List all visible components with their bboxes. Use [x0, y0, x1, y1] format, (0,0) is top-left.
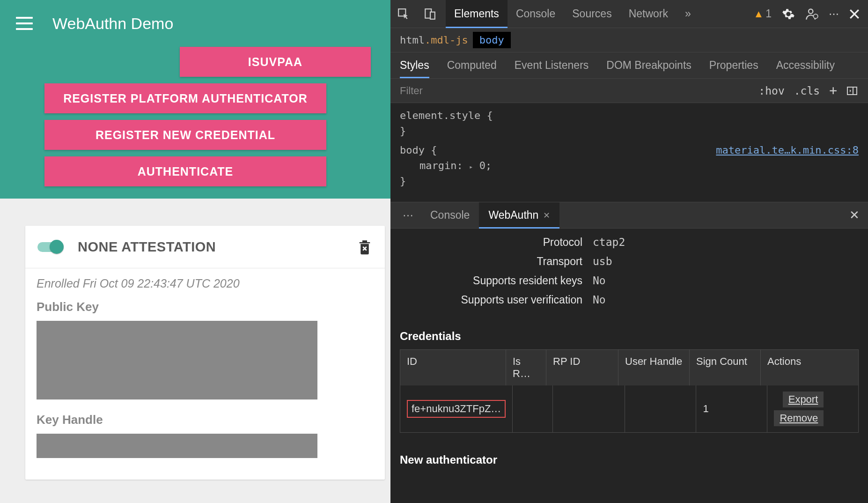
drawer-close-icon[interactable]: ✕	[841, 208, 868, 222]
enrolled-text: Enrolled Fri Oct 09 22:43:47 UTC 2020	[37, 277, 374, 290]
device-icon[interactable]	[419, 4, 440, 24]
remove-button[interactable]: Remove	[774, 410, 824, 426]
card-title: NONE ATTESTATION	[78, 239, 216, 255]
app-header: WebAuthn Demo ISUVPAA REGISTER PLATFORM …	[0, 0, 390, 199]
card-body: Enrolled Fri Oct 09 22:43:47 UTC 2020 Pu…	[25, 268, 385, 480]
new-rule-icon[interactable]: +	[824, 81, 842, 100]
breadcrumb-body[interactable]: body	[473, 32, 511, 48]
authenticator-info: Protocolctap2 Transportusb Supports resi…	[390, 229, 868, 317]
register-credential-button[interactable]: REGISTER NEW CREDENTIAL	[44, 120, 326, 150]
drawer-tab-webauthn[interactable]: WebAuthn ✕	[479, 202, 559, 228]
css-rules: element.style { } material.te…k.min.css:…	[390, 103, 868, 193]
css-source-link[interactable]: material.te…k.min.css:8	[716, 142, 859, 158]
hamburger-icon[interactable]	[16, 17, 33, 30]
new-authenticator-title: New authenticator	[390, 433, 868, 471]
styles-tab-styles[interactable]: Styles	[400, 52, 429, 78]
col-id[interactable]: ID	[400, 350, 506, 385]
protocol-label: Protocol	[400, 236, 582, 249]
export-button[interactable]: Export	[783, 392, 824, 407]
col-rp[interactable]: RP ID	[546, 350, 618, 385]
drawer-tab-webauthn-label: WebAuthn	[488, 209, 538, 222]
cls-button[interactable]: .cls	[789, 83, 824, 99]
drawer-tab-console[interactable]: Console	[421, 202, 479, 228]
styles-filter-row: Filter :hov .cls +	[390, 79, 868, 103]
button-column: ISUVPAA REGISTER PLATFORM AUTHENTICATOR …	[0, 47, 390, 186]
cell-id[interactable]: fe+nuknu3ZTFpZ…	[400, 385, 513, 432]
resident-value: No	[593, 274, 606, 287]
svg-rect-2	[430, 12, 435, 19]
table-header-row: ID Is R… RP ID User Handle Sign Count Ac…	[400, 350, 858, 385]
col-uh[interactable]: User Handle	[618, 350, 690, 385]
breadcrumb: html.mdl-js body	[390, 28, 868, 52]
uv-value: No	[593, 294, 606, 306]
body-rule[interactable]: material.te…k.min.css:8 body { margin: ▸…	[400, 142, 859, 189]
styles-tab-properties[interactable]: Properties	[709, 52, 758, 78]
account-icon[interactable]	[805, 7, 818, 21]
more-tabs-icon[interactable]: »	[677, 0, 699, 28]
col-is[interactable]: Is R…	[506, 350, 546, 385]
col-ac[interactable]: Actions	[761, 350, 858, 385]
styles-tab-dombp[interactable]: DOM Breakpoints	[606, 52, 691, 78]
more-icon[interactable]: ⋯	[829, 8, 839, 20]
isuvpaa-button[interactable]: ISUVPAA	[180, 47, 371, 77]
tab-elements[interactable]: Elements	[446, 0, 508, 28]
tab-sources[interactable]: Sources	[564, 0, 620, 28]
resident-label: Supports resident keys	[400, 274, 582, 287]
key-handle-value	[37, 434, 317, 458]
register-platform-button[interactable]: REGISTER PLATFORM AUTHENTICATOR	[44, 83, 326, 113]
filter-input[interactable]: Filter	[390, 85, 754, 97]
styles-tabbar: Styles Computed Event Listeners DOM Brea…	[390, 52, 868, 79]
tab-network[interactable]: Network	[620, 0, 677, 28]
element-style-rule[interactable]: element.style { }	[400, 108, 859, 139]
key-handle-label: Key Handle	[37, 413, 374, 427]
table-row: fe+nuknu3ZTFpZ… 1 Export Remove	[400, 385, 858, 432]
inspect-icon[interactable]	[393, 4, 414, 24]
styles-tab-computed[interactable]: Computed	[447, 52, 497, 78]
drawer-tabs: ⋯ Console WebAuthn ✕ ✕	[390, 202, 868, 229]
hov-button[interactable]: :hov	[754, 83, 789, 99]
public-key-value	[37, 321, 317, 399]
devtools-main-tabs: Elements Console Sources Network »	[446, 0, 699, 28]
protocol-value: ctap2	[593, 236, 625, 249]
svg-rect-5	[847, 87, 857, 95]
authenticate-button[interactable]: AUTHENTICATE	[44, 156, 326, 186]
devtools-panel: Elements Console Sources Network » ▲1 ⋯ …	[390, 0, 868, 503]
card-header: NONE ATTESTATION	[25, 226, 385, 268]
transport-label: Transport	[400, 255, 582, 268]
cell-uh	[625, 385, 696, 432]
app-title: WebAuthn Demo	[52, 15, 173, 33]
styles-tab-listeners[interactable]: Event Listeners	[515, 52, 589, 78]
breadcrumb-html[interactable]: html.mdl-js	[400, 34, 468, 46]
close-icon[interactable]	[849, 9, 860, 19]
cell-rp	[553, 385, 625, 432]
tab-console[interactable]: Console	[508, 0, 564, 28]
delete-icon[interactable]	[358, 238, 372, 256]
svg-point-3	[809, 9, 813, 13]
warning-badge[interactable]: ▲1	[753, 7, 772, 20]
public-key-label: Public Key	[37, 300, 374, 314]
settings-icon[interactable]	[782, 7, 795, 21]
drawer-more-icon[interactable]: ⋯	[395, 209, 421, 222]
uv-label: Supports user verification	[400, 294, 582, 306]
cell-is	[513, 385, 553, 432]
cell-sc: 1	[696, 385, 767, 432]
attestation-card: NONE ATTESTATION Enrolled Fri Oct 09 22:…	[25, 226, 385, 480]
close-tab-icon[interactable]: ✕	[543, 210, 550, 221]
devtools-topbar: Elements Console Sources Network » ▲1 ⋯	[390, 0, 868, 28]
webauthn-demo-app: WebAuthn Demo ISUVPAA REGISTER PLATFORM …	[0, 0, 390, 503]
devtools-drawer: ⋯ Console WebAuthn ✕ ✕ Protocolctap2 Tra…	[390, 202, 868, 503]
styles-tab-accessibility[interactable]: Accessibility	[776, 52, 835, 78]
col-sc[interactable]: Sign Count	[690, 350, 761, 385]
credentials-title: Credentials	[390, 317, 868, 349]
credentials-table: ID Is R… RP ID User Handle Sign Count Ac…	[400, 349, 859, 433]
transport-value: usb	[593, 255, 612, 268]
warning-count: 1	[765, 7, 772, 20]
cell-actions: Export Remove	[767, 385, 858, 432]
app-title-row: WebAuthn Demo	[0, 0, 390, 47]
svg-point-4	[814, 14, 818, 18]
devtools-top-icons: ▲1 ⋯	[753, 7, 868, 21]
panel-toggle-icon[interactable]	[842, 83, 862, 98]
attestation-toggle[interactable]	[36, 241, 64, 252]
